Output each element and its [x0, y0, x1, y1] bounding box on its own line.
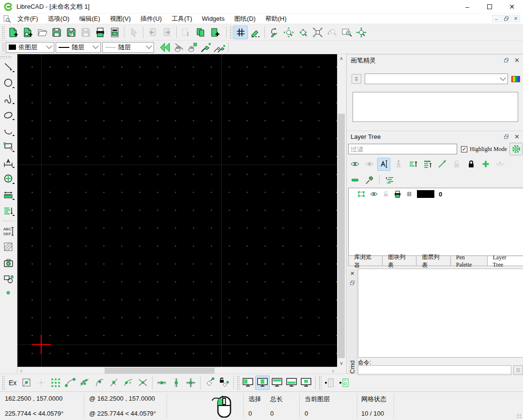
toolbar-drag-handle[interactable]	[237, 375, 240, 390]
line-tool-button[interactable]	[1, 59, 16, 75]
layer-settings-button[interactable]	[509, 143, 523, 155]
tab-layer-list[interactable]: 图层列表	[416, 256, 450, 266]
menu-view[interactable]: 视图(V)	[105, 14, 136, 24]
restrict-orthogonal-button[interactable]	[184, 375, 198, 390]
menu-drawings[interactable]: 图纸(D)	[230, 14, 261, 24]
toolbar-drag-handle[interactable]	[319, 375, 322, 390]
menu-file[interactable]: 文件(F)	[13, 14, 43, 24]
edit-layer-button[interactable]	[363, 174, 376, 187]
restrict-horizontal-button[interactable]	[154, 375, 169, 390]
float-panel-icon[interactable]	[504, 58, 508, 62]
scroll-left-button[interactable]: ‹	[17, 367, 25, 374]
tab-library-browser[interactable]: 库浏览器	[348, 256, 383, 266]
print-preview-button[interactable]	[108, 26, 122, 39]
open-file-button[interactable]	[35, 26, 49, 39]
flatten-tree-button[interactable]	[383, 174, 396, 187]
menu-widgets[interactable]: Widgets	[197, 14, 230, 23]
close-panel-icon[interactable]: ✕	[514, 57, 520, 64]
toolbar-drag-handle[interactable]	[2, 42, 5, 52]
dock-left-widgets-button[interactable]	[241, 375, 255, 390]
close-panel-icon[interactable]: ✕	[350, 270, 354, 277]
polyline-tool-button[interactable]	[1, 139, 16, 155]
show-all-layers-button[interactable]	[348, 158, 361, 171]
menu-plugins[interactable]: 插件(U)	[136, 14, 167, 24]
draft-mode-button[interactable]	[248, 26, 262, 39]
layer-color-swatch[interactable]	[417, 190, 434, 198]
mdi-close-button[interactable]: ✕	[511, 15, 520, 22]
zoom-in-button[interactable]	[281, 26, 296, 39]
dock-top-widgets-button[interactable]	[270, 375, 284, 390]
zoom-auto-button[interactable]	[310, 26, 325, 39]
save-button[interactable]	[49, 26, 64, 39]
rename-layer-button[interactable]	[377, 158, 390, 171]
highlight-mode-checkbox[interactable]: ✓	[461, 146, 467, 152]
horizontal-scroll-thumb[interactable]	[105, 368, 215, 374]
copy-button[interactable]	[193, 26, 208, 39]
vertical-scroll-thumb[interactable]	[338, 114, 345, 358]
canvas-vertical-scrollbar[interactable]: ∧ ∨	[337, 54, 345, 367]
pen-wizard-combobox[interactable]	[365, 74, 508, 84]
snap-distance-button[interactable]	[121, 375, 136, 390]
pen-color-select[interactable]: 依图层	[6, 42, 54, 53]
zoom-window-button[interactable]	[339, 26, 354, 39]
pen-wizard-spin-button[interactable]	[352, 74, 361, 84]
mtext-tool-button[interactable]: ABCDEF	[1, 223, 16, 239]
image-tool-button[interactable]	[1, 255, 16, 271]
add-pen-widget-button[interactable]	[337, 375, 352, 390]
ellipse-tool-button[interactable]	[1, 107, 16, 123]
copy-pen-button[interactable]	[213, 41, 226, 54]
scroll-down-button[interactable]: ∨	[338, 359, 345, 367]
match-layer-pen-button[interactable]	[435, 158, 448, 171]
menu-options[interactable]: 选项(O)	[43, 14, 75, 24]
line-type-select[interactable]: 随层	[56, 42, 101, 53]
paste-button[interactable]	[208, 26, 222, 39]
canvas-horizontal-scrollbar[interactable]: ‹ ›	[17, 367, 337, 374]
apply-pen-button[interactable]	[199, 41, 213, 54]
tab-block-list[interactable]: 图块列表	[382, 256, 416, 266]
dock-center-widgets-button[interactable]	[255, 375, 270, 390]
snap-free-button[interactable]	[19, 375, 34, 390]
color-palette-button[interactable]	[511, 76, 520, 82]
add-layer-button[interactable]	[479, 158, 492, 171]
window-minimize-button[interactable]: –	[456, 0, 478, 13]
pen-wizard-list[interactable]	[353, 92, 518, 122]
zoom-out-button[interactable]	[296, 26, 310, 39]
snap-center-button[interactable]	[92, 375, 107, 390]
hatch-tool-button[interactable]	[1, 239, 16, 255]
lock-relative-zero-button[interactable]	[217, 375, 231, 390]
restrict-vertical-button[interactable]	[169, 375, 184, 390]
mdi-minimize-button[interactable]: –	[492, 15, 501, 22]
remove-layer-button[interactable]	[348, 174, 361, 187]
scroll-up-button[interactable]: ∧	[338, 54, 345, 62]
resize-grip[interactable]	[517, 414, 522, 419]
dock-bottom-widgets-button[interactable]	[284, 375, 299, 390]
arc-tool-button[interactable]	[1, 123, 16, 139]
zoom-pan-button[interactable]	[354, 26, 369, 39]
snap-grid-points-button[interactable]	[48, 375, 63, 390]
line-width-select[interactable]: 随层	[102, 42, 154, 53]
layer-construction-icon[interactable]	[406, 191, 413, 197]
modify-move-tool-button[interactable]	[1, 171, 16, 187]
lock-all-layers-button[interactable]	[464, 158, 477, 171]
tab-pen-palette[interactable]: Pen Palette	[450, 256, 488, 266]
drawing-canvas[interactable]	[17, 54, 337, 367]
toolbar-drag-handle[interactable]	[0, 56, 12, 59]
float-panel-icon[interactable]	[350, 281, 354, 285]
close-panel-icon[interactable]: ✕	[514, 133, 520, 140]
dock-floating-widgets-button[interactable]	[299, 375, 313, 390]
layer-row[interactable]: 0	[349, 188, 523, 200]
window-maximize-button[interactable]	[478, 0, 501, 13]
layer-lock-icon[interactable]	[383, 191, 389, 197]
order-tool-button[interactable]	[1, 203, 16, 219]
command-history[interactable]	[358, 269, 523, 358]
sort-layers-top-button[interactable]	[421, 158, 434, 171]
circle-tool-button[interactable]	[1, 75, 16, 91]
add-command-widget-button[interactable]	[323, 375, 337, 390]
layer-filter-input[interactable]	[348, 144, 457, 154]
float-panel-icon[interactable]	[504, 135, 508, 139]
mdi-restore-button[interactable]	[502, 15, 510, 22]
menu-tools[interactable]: 工具(T)	[167, 14, 197, 24]
new-from-template-button[interactable]	[20, 26, 35, 39]
window-close-button[interactable]: ✕	[501, 0, 523, 13]
toolbar-drag-handle[interactable]	[2, 26, 5, 39]
